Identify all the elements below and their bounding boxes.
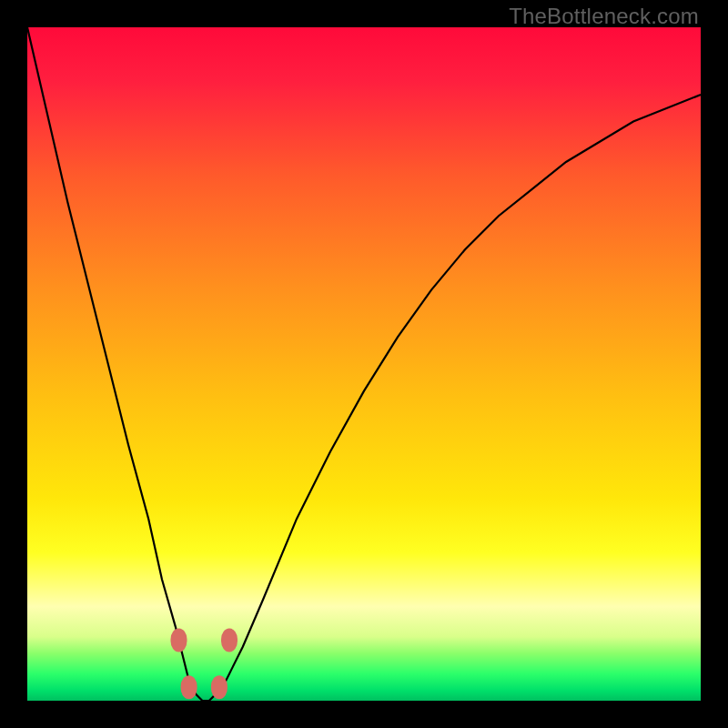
curve-marker — [221, 628, 238, 652]
plot-area — [27, 27, 701, 701]
curve-marker — [181, 675, 197, 699]
chart-svg — [27, 27, 701, 701]
curve-marker — [171, 628, 187, 652]
watermark-text: TheBottleneck.com — [509, 4, 699, 29]
chart-container: TheBottleneck.com — [0, 0, 728, 728]
curve-marker — [211, 675, 228, 699]
gradient-background — [27, 27, 701, 701]
